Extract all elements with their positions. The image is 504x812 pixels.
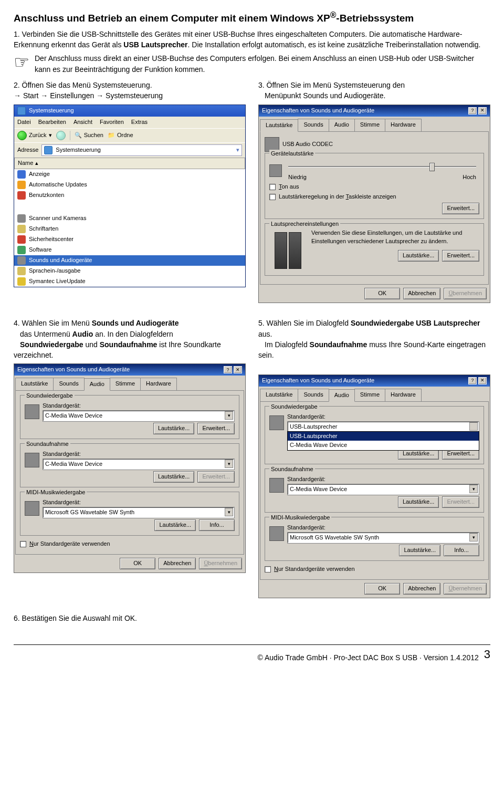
step-1: 1. Verbinden Sie die USB-Schnittstelle d… (14, 29, 490, 50)
apply-button[interactable]: Übernehmen (199, 558, 242, 569)
tab-audio[interactable]: Audio (329, 119, 355, 131)
item-icon (17, 225, 26, 233)
item-icon (17, 214, 26, 223)
volume-slider[interactable] (288, 162, 476, 171)
control-panel-list: AnzeigeAutomatische UpdatesBenutzkonten (14, 169, 245, 201)
info-button[interactable]: Info... (444, 545, 479, 556)
list-item[interactable]: Automatische Updates (14, 180, 245, 190)
mute-checkbox[interactable]: Ton aus (269, 183, 479, 191)
item-icon (17, 191, 26, 200)
tab-lautstärke[interactable]: Lautstärke (260, 389, 298, 401)
menu-extras[interactable]: Extras (131, 118, 148, 127)
advanced-button[interactable]: Erweitert... (197, 423, 235, 434)
cancel-button[interactable]: Abbrechen (159, 558, 196, 569)
tab-sounds[interactable]: Sounds (298, 389, 329, 401)
tab-stimme[interactable]: Stimme (354, 119, 385, 131)
back-button[interactable]: Zurück ▾ (17, 131, 52, 140)
advanced-button[interactable]: Erweitert... (442, 203, 479, 214)
help-button[interactable]: ? (224, 366, 232, 373)
pointing-hand-icon: ☞ (14, 53, 29, 71)
recording-select[interactable]: C-Media Wave Device (287, 484, 479, 495)
folders-button[interactable]: 📁Ordne (108, 131, 133, 140)
tab-audio[interactable]: Audio (84, 378, 110, 391)
menu-edit[interactable]: Bearbeiten (38, 118, 66, 127)
cancel-button[interactable]: Abbrechen (403, 583, 440, 595)
playback-icon (25, 404, 39, 419)
tab-hardware[interactable]: Hardware (385, 119, 422, 131)
sounds-dialog-audio-1: Eigenschaften von Sounds und Audiogeräte… (14, 363, 246, 572)
help-button[interactable]: ? (468, 107, 477, 114)
option-usb[interactable]: USB-Lautsprecher (288, 432, 479, 441)
close-button[interactable]: ✕ (234, 366, 242, 373)
tab-hardware[interactable]: Hardware (140, 378, 177, 390)
ok-button[interactable]: OK (120, 558, 155, 569)
search-button[interactable]: 🔍Suchen (75, 131, 103, 140)
playback-dropdown[interactable]: USB-Lautsprecher C-Media Wave Device (287, 431, 479, 451)
sounds-dialog-volume: Eigenschaften von Sounds und Audiogeräte… (258, 105, 490, 304)
apply-button[interactable]: Übernehmen (444, 583, 487, 595)
control-panel-icon (44, 146, 52, 154)
tab-sounds[interactable]: Sounds (298, 119, 329, 131)
item-label: Scanner und Kameras (29, 214, 86, 223)
volume-button[interactable]: Lautstärke... (154, 519, 196, 531)
close-button[interactable]: ✕ (478, 107, 487, 114)
fieldset-midi: MIDI-Musikwiedergabe Standardgerät:Micro… (265, 517, 484, 561)
tray-checkbox[interactable]: Lautstärkeregelung in der Taskleiste anz… (269, 193, 479, 201)
explorer-menubar[interactable]: Datei Bearbeiten Ansicht Favoriten Extra… (14, 117, 245, 128)
list-item[interactable]: Symantec LiveUpdate (14, 276, 245, 287)
item-icon (17, 170, 26, 179)
recording-select[interactable]: C-Media Wave Device (43, 459, 235, 470)
item-label: Symantec LiveUpdate (29, 277, 86, 286)
item-label: Sounds und Audiogeräte (29, 256, 92, 265)
tab-lautstärke[interactable]: Lautstärke (260, 119, 298, 132)
volume-button[interactable]: Lautstärke... (398, 496, 439, 508)
playback-select[interactable]: C-Media Wave Device (43, 410, 235, 422)
column-header-name[interactable]: Name ▴ (14, 158, 245, 169)
forward-icon[interactable] (56, 131, 66, 140)
tab-stimme[interactable]: Stimme (110, 378, 141, 390)
menu-view[interactable]: Ansicht (74, 118, 92, 127)
item-icon (17, 181, 26, 189)
ok-button[interactable]: OK (364, 288, 400, 299)
menu-file[interactable]: Datei (17, 118, 31, 127)
step-6: 6. Bestätigen Sie die Auswahl mit OK. (14, 613, 490, 623)
list-item[interactable]: Software (14, 245, 245, 255)
volume-button[interactable]: Lautstärke... (399, 545, 440, 556)
speakers-image (269, 229, 306, 271)
tab-hardware[interactable]: Hardware (385, 389, 422, 401)
close-button[interactable]: ✕ (478, 377, 487, 384)
list-item[interactable]: Sprachein-/ausgabe (14, 266, 245, 276)
advanced-button[interactable]: Erweitert... (442, 250, 479, 262)
list-item[interactable]: Anzeige (14, 169, 245, 180)
volume-button[interactable]: Lautstärke... (153, 423, 195, 434)
midi-select[interactable]: Microsoft GS Wavetable SW Synth (287, 532, 479, 544)
default-only-checkbox[interactable]: Nur Standardgeräte verwenden (20, 540, 239, 548)
list-item[interactable]: Benutzkonten (14, 190, 245, 201)
fieldset-playback: Soundwiedergabe Standardgerät: USB-Lauts… (265, 406, 484, 465)
list-item[interactable]: Sicherheitscenter (14, 234, 245, 245)
midi-select[interactable]: Microsoft GS Wavetable SW Synth (43, 507, 235, 518)
ok-button[interactable]: OK (364, 583, 400, 595)
tab-audio[interactable]: Audio (329, 389, 355, 402)
help-button[interactable]: ? (468, 377, 477, 384)
tab-sounds[interactable]: Sounds (53, 378, 84, 390)
list-item[interactable]: Schriftarten (14, 224, 245, 234)
step-3: 3. Öffnen Sie im Menü Systemsteuerung de… (258, 80, 490, 101)
playback-select-open[interactable]: USB-Lautsprecher USB-Lautsprecher C-Medi… (287, 421, 479, 433)
default-only-checkbox[interactable]: Nur Standardgeräte verwenden (265, 565, 484, 574)
tab-stimme[interactable]: Stimme (354, 389, 385, 401)
list-item[interactable]: Scanner und Kameras (14, 213, 245, 224)
volume-button[interactable]: Lautstärke... (153, 471, 195, 483)
address-combo[interactable]: Systemsteuerung (41, 144, 242, 156)
cancel-button[interactable]: Abbrechen (403, 288, 440, 299)
list-item[interactable]: Sounds und Audiogeräte (14, 255, 245, 266)
menu-favorites[interactable]: Favoriten (100, 118, 124, 127)
apply-button[interactable]: Übernehmen (444, 288, 487, 299)
item-label: Benutzkonten (29, 191, 64, 200)
dialog-tabs: LautstärkeSoundsAudioStimmeHardware (259, 117, 490, 131)
option-cmedia[interactable]: C-Media Wave Device (288, 441, 479, 450)
tab-lautstärke[interactable]: Lautstärke (15, 378, 54, 390)
explorer-toolbar: Zurück ▾ 🔍Suchen 📁Ordne (14, 128, 245, 143)
volume-button[interactable]: Lautstärke... (398, 250, 439, 262)
info-button[interactable]: Info... (199, 519, 235, 531)
